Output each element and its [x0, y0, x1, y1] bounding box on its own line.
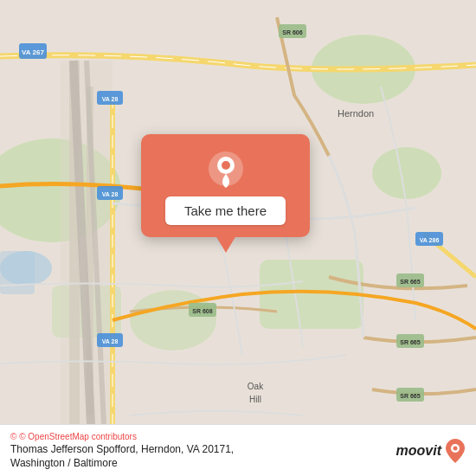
address-line2: Washington / Baltimore — [10, 457, 234, 469]
svg-text:Oak: Oak — [248, 382, 264, 391]
svg-rect-8 — [0, 251, 35, 294]
svg-text:SR 606: SR 606 — [282, 29, 302, 35]
svg-text:Hill: Hill — [249, 395, 261, 404]
svg-text:VA 28: VA 28 — [102, 338, 119, 344]
address-line1: Thomas Jefferson Spofford, Herndon, VA 2… — [10, 443, 234, 455]
moovit-logo: moovit — [396, 439, 466, 463]
svg-text:SR 665: SR 665 — [400, 339, 420, 345]
moovit-text: moovit — [396, 443, 441, 459]
svg-text:VA 28: VA 28 — [102, 191, 119, 197]
svg-point-41 — [453, 446, 458, 450]
svg-text:VA 267: VA 267 — [22, 48, 44, 56]
svg-text:VA 28: VA 28 — [102, 96, 119, 102]
map-svg: Herndon VA 267 VA 28 VA 28 VA 28 SR 606 … — [0, 0, 476, 476]
osm-credit: © © OpenStreetMap contributors — [10, 432, 234, 441]
popup-card: Take me there — [141, 134, 310, 237]
take-me-there-button[interactable]: Take me there — [165, 196, 286, 225]
osm-credit-text: © OpenStreetMap contributors — [19, 432, 137, 441]
bottom-bar: © © OpenStreetMap contributors Thomas Je… — [0, 424, 476, 476]
location-pin-icon — [207, 150, 245, 188]
svg-text:VA 286: VA 286 — [420, 237, 440, 243]
copyright-symbol: © — [10, 432, 16, 441]
svg-text:SR 608: SR 608 — [192, 308, 212, 314]
svg-text:SR 665: SR 665 — [400, 393, 420, 399]
svg-point-39 — [222, 161, 230, 170]
svg-point-3 — [372, 147, 441, 199]
map-container: Herndon VA 267 VA 28 VA 28 VA 28 SR 606 … — [0, 0, 476, 476]
svg-text:SR 665: SR 665 — [400, 279, 420, 285]
bottom-left: © © OpenStreetMap contributors Thomas Je… — [10, 432, 234, 469]
moovit-pin-icon — [445, 439, 466, 463]
svg-text:Herndon: Herndon — [338, 108, 374, 119]
